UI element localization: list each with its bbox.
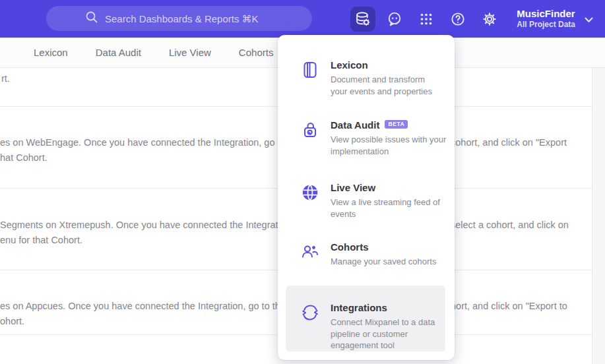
- help-icon[interactable]: [445, 7, 470, 32]
- menu-item-description: Manage your saved cohorts: [331, 256, 449, 268]
- people-icon: [300, 242, 320, 262]
- mixpanel-app-window: rt. es on WebEngage. Once you have conne…: [0, 0, 605, 364]
- search-input[interactable]: [105, 13, 273, 24]
- project-switcher[interactable]: MusicFinder All Project Data: [517, 8, 593, 30]
- beta-badge: BETA: [385, 120, 408, 129]
- menu-item-title: Cohorts: [331, 241, 369, 253]
- menu-item-description: View possible issues with your implement…: [331, 134, 449, 157]
- menu-item-live-view[interactable]: Live View View a live streaming feed of …: [300, 181, 445, 220]
- feedback-icon[interactable]: [382, 7, 407, 32]
- data-management-dropdown: Lexicon Document and transform your even…: [278, 35, 455, 360]
- book-icon: [300, 60, 320, 80]
- menu-item-cohorts[interactable]: Cohorts Manage your saved cohorts: [300, 241, 445, 268]
- menu-item-data-audit[interactable]: Data Audit BETA View possible issues wit…: [300, 119, 445, 157]
- chevron-down-icon: [585, 14, 593, 26]
- globe-icon: [300, 183, 320, 202]
- tab-cohorts[interactable]: Cohorts: [239, 38, 274, 67]
- global-search[interactable]: [46, 6, 312, 31]
- menu-item-integrations[interactable]: Integrations Connect Mixpanel to a data …: [286, 286, 445, 351]
- project-name: MusicFinder: [517, 8, 575, 20]
- search-icon: [85, 11, 98, 26]
- row-text: cohort, and click on "Export: [451, 135, 567, 150]
- row-text: select a cohort, and click on: [451, 218, 569, 233]
- menu-item-title: Data Audit: [331, 119, 379, 131]
- row-text: hort, and click on "Export to: [451, 299, 567, 314]
- apps-grid-icon[interactable]: [414, 7, 439, 32]
- nav-icon-cluster: MusicFinder All Project Data: [344, 0, 593, 38]
- tab-lexicon[interactable]: Lexicon: [34, 38, 68, 67]
- menu-item-title: Live View: [331, 181, 375, 194]
- menu-item-description: Document and transform your events and p…: [331, 74, 449, 97]
- menu-item-title: Lexicon: [331, 59, 368, 71]
- settings-gear-icon[interactable]: [477, 7, 502, 32]
- menu-item-lexicon[interactable]: Lexicon Document and transform your even…: [300, 59, 445, 97]
- data-management-icon[interactable]: [350, 7, 375, 32]
- sync-arrows-icon: [300, 303, 320, 322]
- menu-item-description: Connect Mixpanel to a data pipeline or c…: [331, 317, 449, 351]
- project-subtitle: All Project Data: [517, 20, 575, 30]
- menu-item-description: View a live streaming feed of events: [331, 197, 449, 220]
- top-nav-bar: MusicFinder All Project Data: [0, 0, 605, 38]
- tab-data-audit[interactable]: Data Audit: [96, 38, 141, 67]
- menu-item-title: Integrations: [331, 301, 387, 314]
- tab-live-view[interactable]: Live View: [169, 38, 211, 67]
- audit-lock-icon: [300, 120, 320, 140]
- vertical-scrollbar[interactable]: [592, 68, 605, 364]
